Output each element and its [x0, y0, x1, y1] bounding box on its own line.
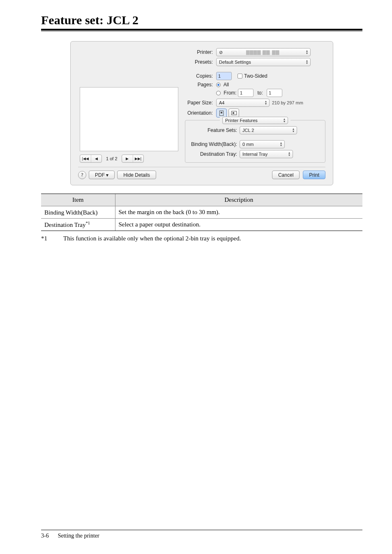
- title-rule: [41, 29, 362, 31]
- page-footer: 3-6 Setting the printer: [41, 530, 362, 539]
- chevron-updown-icon: ▴▾: [284, 118, 285, 123]
- orientation-portrait-button[interactable]: [216, 108, 227, 118]
- feature-sets-label: Feature Sets:: [190, 127, 240, 133]
- printer-value: ⊘: [219, 50, 223, 55]
- orientation-landscape-button[interactable]: [228, 108, 239, 118]
- table-desc: Select a paper output destination.: [115, 219, 362, 231]
- to-input[interactable]: 1: [267, 89, 282, 97]
- printer-select[interactable]: ⊘ ▇▇▇▇ ▇▇ ▇▇ ▴▾: [216, 48, 311, 56]
- pages-label: Pages:: [185, 82, 216, 88]
- table-header-desc: Description: [115, 194, 362, 206]
- section-value: Printer Features: [225, 118, 258, 123]
- presets-value: Default Settings: [219, 60, 251, 65]
- pages-range-radio[interactable]: [216, 91, 221, 95]
- print-dialog: |◀◀ ◀ 1 of 2 ▶ ▶▶| Printer: ⊘ ▇▇▇▇ ▇▇ ▇▇…: [70, 41, 333, 185]
- paper-size-label: Paper Size:: [185, 100, 216, 106]
- help-button[interactable]: ?: [78, 171, 86, 179]
- chevron-updown-icon: ▴▾: [288, 152, 290, 157]
- chevron-updown-icon: ▴▾: [306, 50, 308, 55]
- table-item-sup: *1: [85, 221, 90, 225]
- from-input[interactable]: 1: [238, 89, 254, 97]
- table-header-item: Item: [41, 194, 115, 206]
- destination-tray-value: Internal Tray: [242, 152, 267, 157]
- footnote-mark: *1: [41, 235, 53, 242]
- binding-width-label: Binding Width(Back):: [190, 141, 240, 147]
- destination-tray-label: Destination Tray:: [190, 151, 240, 157]
- footnote: *1 This function is available only when …: [41, 235, 362, 242]
- paper-size-value: A4: [219, 100, 224, 105]
- next-page-button[interactable]: ▶: [122, 155, 133, 162]
- copies-input[interactable]: 1: [216, 72, 232, 80]
- presets-select[interactable]: Default Settings ▴▾: [216, 58, 311, 66]
- footnote-text: This function is available only when the…: [63, 235, 241, 242]
- cancel-button[interactable]: Cancel: [272, 171, 300, 179]
- chevron-updown-icon: ▴▾: [265, 100, 267, 105]
- print-button[interactable]: Print: [303, 171, 325, 179]
- hide-details-button[interactable]: Hide Details: [117, 171, 156, 179]
- printer-label: Printer:: [185, 49, 216, 55]
- section-select[interactable]: Printer Features ▴▾: [222, 117, 288, 124]
- two-sided-checkbox[interactable]: [238, 74, 242, 78]
- binding-width-value: 0 mm: [242, 142, 254, 147]
- pages-all-label: All: [224, 82, 229, 88]
- prev-page-button[interactable]: ◀: [91, 155, 101, 162]
- footer-section: Setting the printer: [58, 533, 99, 539]
- portrait-icon: [219, 111, 224, 116]
- presets-label: Presets:: [185, 59, 216, 65]
- chevron-updown-icon: ▴▾: [280, 142, 282, 147]
- paper-dimensions: 210 by 297 mm: [272, 100, 303, 105]
- preview-pager: |◀◀ ◀ 1 of 2 ▶ ▶▶|: [80, 155, 185, 163]
- two-sided-label: Two-Sided: [244, 73, 267, 79]
- first-page-button[interactable]: |◀◀: [80, 155, 91, 162]
- to-label: to:: [257, 90, 263, 96]
- table-row: Destination Tray*1 Select a paper output…: [41, 219, 362, 231]
- from-label: From:: [224, 90, 236, 96]
- page-number: 3-6: [41, 533, 49, 539]
- chevron-updown-icon: ▴▾: [306, 60, 308, 65]
- pager-text: 1 of 2: [106, 156, 118, 161]
- copies-label: Copies:: [185, 73, 216, 79]
- feature-sets-value: JCL 2: [242, 128, 254, 133]
- landscape-icon: [231, 111, 237, 115]
- orientation-label: Orientation:: [185, 110, 216, 116]
- print-preview: [80, 87, 178, 151]
- destination-tray-select[interactable]: Internal Tray ▴▾: [240, 150, 293, 158]
- table-desc: Set the margin on the back (0 to 30 mm).: [115, 206, 362, 219]
- description-table: Item Description Binding Width(Back) Set…: [41, 194, 362, 231]
- dialog-separator: [78, 167, 325, 167]
- table-item: Destination Tray: [44, 222, 85, 228]
- pages-all-radio[interactable]: [216, 83, 221, 87]
- feature-sets-select[interactable]: JCL 2 ▴▾: [240, 126, 297, 134]
- page-title: Feature set: JCL 2: [41, 13, 362, 27]
- table-row: Binding Width(Back) Set the margin on th…: [41, 206, 362, 219]
- binding-width-select[interactable]: 0 mm ▴▾: [240, 140, 285, 148]
- table-item: Binding Width(Back): [44, 209, 98, 216]
- chevron-updown-icon: ▴▾: [293, 128, 294, 133]
- paper-size-select[interactable]: A4 ▴▾: [216, 99, 270, 107]
- printer-features-section: Printer Features ▴▾ Feature Sets: JCL 2 …: [185, 120, 325, 163]
- pdf-button[interactable]: PDF ▾: [89, 171, 115, 179]
- last-page-button[interactable]: ▶▶|: [133, 155, 143, 162]
